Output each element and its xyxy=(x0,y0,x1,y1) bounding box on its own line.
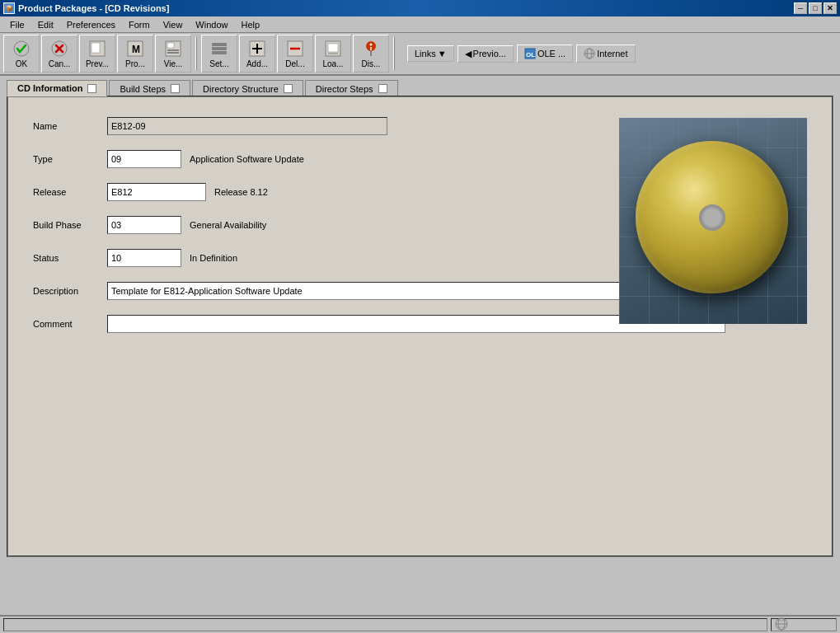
prev-icon xyxy=(87,39,107,59)
links-button[interactable]: Links ▼ xyxy=(407,45,454,62)
add-label: Add... xyxy=(246,59,268,68)
svg-text:OL: OL xyxy=(526,51,535,59)
title-bar: 📦 Product Packages - [CD Revisions] ─ □ … xyxy=(0,0,840,16)
separator-1 xyxy=(195,37,197,70)
vie-icon xyxy=(163,39,183,59)
del-button[interactable]: Del... xyxy=(277,35,313,73)
tab-cd-info-label: CD Information xyxy=(17,83,82,93)
close-button[interactable]: ✕ xyxy=(824,2,837,14)
pro-icon: M xyxy=(125,39,145,59)
menu-view[interactable]: View xyxy=(157,18,190,31)
content-wrapper: CD Information Build Steps Directory Str… xyxy=(0,76,840,564)
svg-rect-11 xyxy=(167,52,179,54)
svg-rect-13 xyxy=(212,47,227,50)
loa-label: Loa... xyxy=(322,59,343,68)
internet-label: Internet xyxy=(597,49,627,59)
menu-preferences[interactable]: Preferences xyxy=(60,18,122,31)
svg-rect-14 xyxy=(212,51,227,54)
globe-icon xyxy=(775,617,788,632)
set-button[interactable]: Set... xyxy=(201,35,237,73)
comment-label: Comment xyxy=(33,319,107,329)
menu-form[interactable]: Form xyxy=(122,18,157,31)
tab-directory-structure[interactable]: Directory Structure xyxy=(192,80,303,96)
internet-icon xyxy=(584,48,595,59)
can-icon xyxy=(49,39,69,59)
build-phase-label: Build Phase xyxy=(33,220,107,230)
tab-dir-structure-checkbox[interactable] xyxy=(284,84,293,93)
dis-button[interactable]: Dis... xyxy=(353,35,389,73)
menu-edit[interactable]: Edit xyxy=(31,18,60,31)
vie-button[interactable]: Vie... xyxy=(155,35,191,73)
type-label: Type xyxy=(33,154,107,164)
svg-rect-9 xyxy=(167,43,174,48)
tab-cd-info-checkbox[interactable] xyxy=(87,84,96,93)
loa-button[interactable]: Loa... xyxy=(315,35,351,73)
status-input[interactable] xyxy=(107,249,181,267)
menu-file[interactable]: File xyxy=(3,18,31,31)
menu-window[interactable]: Window xyxy=(189,18,234,31)
tab-bar: CD Information Build Steps Directory Str… xyxy=(0,76,840,96)
minimize-button[interactable]: ─ xyxy=(794,2,807,14)
ok-icon xyxy=(12,39,31,59)
name-label: Name xyxy=(33,121,107,131)
name-input[interactable] xyxy=(107,117,387,135)
ole-label: OLE ... xyxy=(537,49,565,59)
pro-label: Pro... xyxy=(125,59,145,68)
cd-disc xyxy=(636,141,788,293)
previous-label: Previo... xyxy=(473,49,506,59)
tab-director-steps[interactable]: Director Steps xyxy=(305,80,398,96)
title-bar-controls: ─ □ ✕ xyxy=(794,2,837,14)
release-input[interactable] xyxy=(107,183,206,201)
can-button[interactable]: Can... xyxy=(41,35,77,73)
ok-label: OK xyxy=(16,59,27,68)
vie-label: Vie... xyxy=(164,59,183,68)
separator-2 xyxy=(393,37,395,70)
svg-rect-12 xyxy=(212,43,227,46)
del-icon xyxy=(285,39,305,59)
tab-dir-structure-label: Directory Structure xyxy=(203,84,279,94)
toolbar-links: Links ▼ ◀ Previo... OL OLE ... xyxy=(407,45,636,63)
type-input[interactable] xyxy=(107,150,181,168)
tab-director-steps-label: Director Steps xyxy=(316,84,373,94)
build-phase-description: General Availability xyxy=(190,220,266,230)
dis-label: Dis... xyxy=(362,59,381,68)
type-description: Application Software Update xyxy=(190,154,304,164)
links-label: Links xyxy=(415,49,436,59)
release-label: Release xyxy=(33,187,107,197)
can-label: Can... xyxy=(49,59,71,68)
cd-image-container xyxy=(619,118,807,324)
svg-rect-5 xyxy=(92,43,100,53)
del-label: Del... xyxy=(285,59,304,68)
status-bar xyxy=(0,615,840,633)
tab-build-steps-label: Build Steps xyxy=(120,84,166,94)
status-panel-main xyxy=(3,618,767,631)
add-button[interactable]: Add... xyxy=(239,35,275,73)
prev-arrow-icon: ◀ xyxy=(465,49,472,59)
tab-build-steps[interactable]: Build Steps xyxy=(109,80,190,96)
svg-text:M: M xyxy=(132,44,140,55)
restore-button[interactable]: □ xyxy=(809,2,822,14)
ok-button[interactable]: OK xyxy=(3,35,40,73)
prev-button[interactable]: Prev... xyxy=(79,35,115,73)
ole-icon: OL xyxy=(524,48,536,59)
cd-background xyxy=(619,118,807,324)
tab-director-steps-checkbox[interactable] xyxy=(378,84,387,93)
internet-button[interactable]: Internet xyxy=(576,45,635,63)
tab-build-steps-checkbox[interactable] xyxy=(171,84,180,93)
dis-icon xyxy=(361,39,381,59)
menu-help[interactable]: Help xyxy=(234,18,266,31)
ole-button[interactable]: OL OLE ... xyxy=(517,45,573,63)
set-icon xyxy=(209,39,229,59)
svg-rect-21 xyxy=(328,44,338,52)
pro-button[interactable]: M Pro... xyxy=(117,35,153,73)
status-description: In Definition xyxy=(190,253,237,263)
tab-cd-information[interactable]: CD Information xyxy=(7,80,107,96)
window-title: Product Packages - [CD Revisions] xyxy=(18,3,169,13)
build-phase-input[interactable] xyxy=(107,216,181,234)
previous-button[interactable]: ◀ Previo... xyxy=(458,45,514,63)
loa-icon xyxy=(323,39,343,59)
release-description: Release 8.12 xyxy=(214,187,268,197)
svg-point-25 xyxy=(370,44,373,46)
main-frame: Name Type Application Software Update Re… xyxy=(7,96,833,557)
toolbar: OK Can... Prev... M Pro... xyxy=(0,33,840,76)
